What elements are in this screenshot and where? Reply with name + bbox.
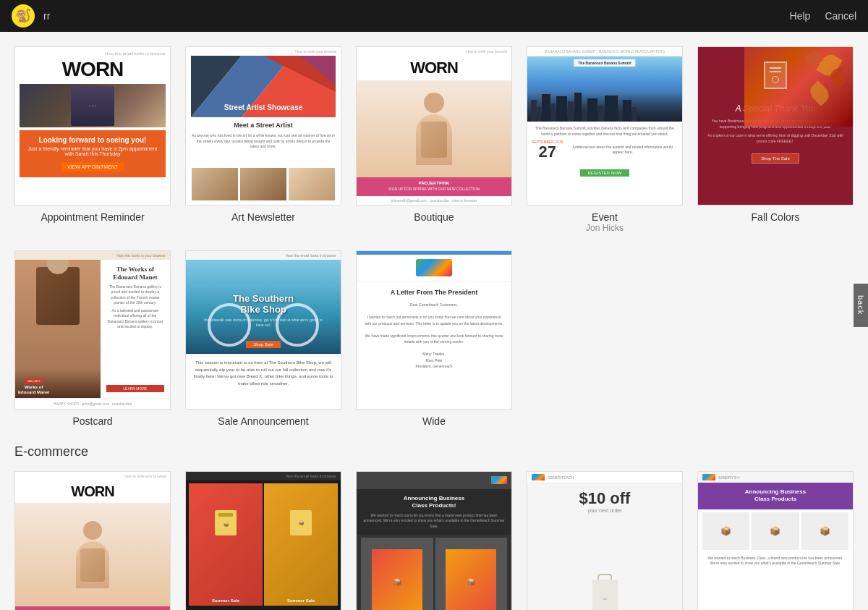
template-thumb-appointment: How this email looks in browser WORN ✓✓✓… [14,46,171,206]
grid-spacer-2 [697,250,854,427]
template-thumb-boutique: How to write your browser WORN PROJEKTPI… [356,46,512,206]
header-user: rr [43,10,50,22]
main-content: How this email looks in browser WORN ✓✓✓… [0,32,868,610]
template-item-cutout[interactable]: GENERITEACH $10 off your next order □□ [527,471,683,610]
template-item-flyer[interactable]: SANDRY'S™ Announcing BusinessClass Produ… [697,471,854,610]
template-item-color-box[interactable]: How this email looks in browser 📦 [185,471,341,610]
template-item-contrast[interactable]: Announcing BusinessClass Products! We wa… [356,471,512,610]
template-item-boutique[interactable]: How to write your browser WORN PROJEKTPI… [356,46,512,233]
template-name-fall: Fall Colors [697,211,854,223]
template-thumb-postcard: How this looks in your browser [14,250,171,410]
template-name-event: Event [527,211,683,223]
template-item-art-newsletter[interactable]: How to write your browser Street Artist … [185,46,341,233]
template-name-art: Art Newsletter [185,211,341,223]
ecommerce-section-label: E-commerce [14,444,854,459]
template-author-event: Jon Hicks [527,223,683,233]
template-item-appointment-reminder[interactable]: How this email looks in browser WORN ✓✓✓… [14,46,171,233]
template-item-sale[interactable]: How this email looks in browser The Sout… [185,250,341,427]
template-thumb-flyer: SANDRY'S™ Announcing BusinessClass Produ… [697,471,854,610]
app-header: 🐒 rr Help Cancel [0,0,868,32]
template-thumb-art: How to write your browser Street Artist … [185,46,341,206]
grid-spacer-1 [527,250,683,427]
template-thumb-contrast: Announcing BusinessClass Products! We wa… [356,471,512,610]
mailchimp-logo: 🐒 [12,4,35,27]
template-item-ecom-boutique[interactable]: How to write your browser WORN PROJ [14,471,171,610]
template-item-event[interactable]: BANANACO BANANA SUMMIT · BANANACO WORLD … [527,46,683,233]
template-name-sale: Sale Announcement [185,415,341,427]
template-name-boutique: Boutique [356,211,512,223]
template-name-wide: Wide [356,415,512,427]
template-name-appointment: Appointment Reminder [14,211,171,223]
template-thumb-ecom-boutique: How to write your browser WORN PROJ [14,471,171,610]
header-right: Help Cancel [790,10,856,22]
template-grid-row1: How this email looks in browser WORN ✓✓✓… [14,46,854,233]
template-item-postcard[interactable]: How this looks in your browser [14,250,171,427]
cancel-link[interactable]: Cancel [825,10,856,22]
header-left: 🐒 rr [12,4,50,27]
template-grid-ecommerce: How to write your browser WORN PROJ [14,471,854,610]
template-thumb-color-box: How this email looks in browser 📦 [185,471,341,610]
template-item-wide[interactable]: A Letter From The President Dear Generit… [356,250,512,427]
template-thumb-event: BANANACO BANANA SUMMIT · BANANACO WORLD … [527,46,683,206]
back-button[interactable]: back [854,284,868,327]
help-link[interactable]: Help [790,10,811,22]
template-grid-row2: How this looks in your browser [14,250,854,427]
template-thumb-cutout: GENERITEACH $10 off your next order □□ [527,471,683,610]
template-thumb-sale: How this email looks in browser The Sout… [185,250,341,410]
template-thumb-wide: A Letter From The President Dear Generit… [356,250,512,410]
template-name-postcard: Postcard [14,415,171,427]
ecommerce-section: E-commerce How to write your browser WOR… [14,444,854,610]
template-item-fall-colors[interactable]: A Special Thank You You have Bookhaus to… [697,46,854,233]
template-thumb-fall: A Special Thank You You have Bookhaus to… [697,46,854,206]
